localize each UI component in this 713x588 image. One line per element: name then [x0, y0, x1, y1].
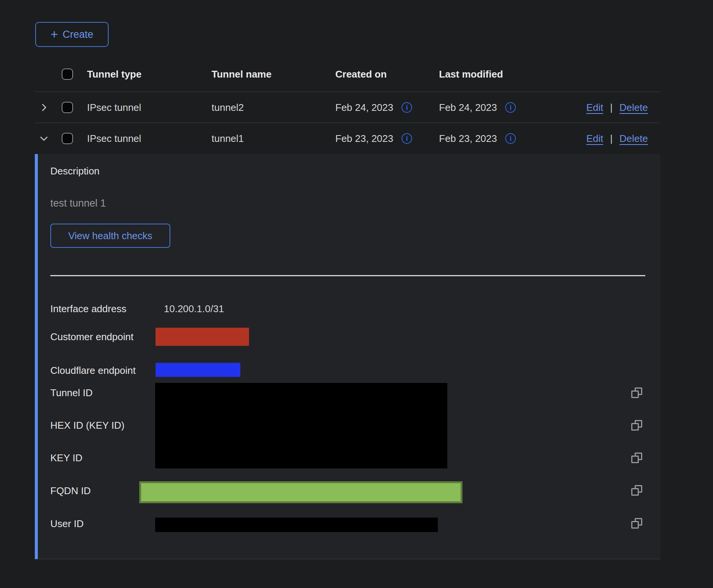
row-actions: Edit | Delete: [586, 123, 648, 154]
action-separator: |: [610, 133, 613, 145]
description-label: Description: [50, 165, 100, 177]
cloudflare-endpoint-redacted-value: [156, 363, 240, 377]
cell-tunnel-name: tunnel1: [212, 123, 244, 154]
expand-row-button[interactable]: [37, 101, 51, 115]
fqdn-id-redacted-value: [139, 481, 462, 503]
create-button[interactable]: + Create: [35, 22, 109, 47]
chevron-down-icon: [39, 133, 49, 145]
customer-endpoint-redacted-value: [156, 328, 249, 346]
cell-tunnel-name: tunnel2: [212, 92, 244, 123]
action-separator: |: [610, 102, 613, 114]
interface-address-value: 10.200.1.0/31: [164, 303, 224, 314]
info-icon[interactable]: i: [402, 102, 412, 113]
row-checkbox[interactable]: [62, 102, 73, 113]
delete-link[interactable]: Delete: [620, 133, 648, 145]
fqdn-id-label: FQDN ID: [50, 485, 91, 496]
chevron-right-icon: [39, 102, 49, 114]
info-icon[interactable]: i: [505, 133, 516, 144]
hex-id-label: HEX ID (KEY ID): [50, 420, 125, 431]
cell-last-modified: Feb 23, 2023 i: [439, 123, 516, 154]
cloudflare-endpoint-label: Cloudflare endpoint: [50, 365, 136, 376]
tunnels-table: Tunnel type Tunnel name Created on Last …: [35, 57, 660, 559]
key-id-label: KEY ID: [50, 452, 83, 464]
table-row: IPsec tunnel tunnel2 Feb 24, 2023 i Feb …: [35, 92, 660, 123]
info-icon[interactable]: i: [402, 133, 412, 144]
cell-tunnel-type: IPsec tunnel: [87, 123, 141, 154]
user-id-redacted-value: [155, 518, 438, 532]
edit-link[interactable]: Edit: [586, 102, 603, 114]
edit-link[interactable]: Edit: [586, 133, 603, 145]
column-header-created-on: Created on: [335, 57, 387, 92]
column-header-last-modified: Last modified: [439, 57, 503, 92]
expanded-tunnel-panel: Description test tunnel 1 View health ch…: [35, 154, 660, 559]
cell-created-on: Feb 24, 2023 i: [335, 92, 412, 123]
select-all-checkbox[interactable]: [62, 68, 73, 80]
copy-hex-id-button[interactable]: [631, 420, 643, 432]
column-header-tunnel-type: Tunnel type: [87, 57, 142, 92]
delete-link[interactable]: Delete: [620, 102, 648, 114]
cell-tunnel-type: IPsec tunnel: [87, 92, 141, 123]
cell-last-modified: Feb 24, 2023 i: [439, 92, 516, 123]
copy-key-id-button[interactable]: [631, 453, 643, 465]
row-checkbox[interactable]: [62, 133, 73, 144]
collapse-row-button[interactable]: [37, 132, 51, 146]
plus-icon: +: [51, 28, 58, 40]
table-row: IPsec tunnel tunnel1 Feb 23, 2023 i Feb …: [35, 123, 660, 154]
section-divider: [50, 275, 645, 276]
user-id-label: User ID: [50, 518, 84, 529]
view-health-checks-button[interactable]: View health checks: [50, 224, 170, 248]
tunnel-id-label: Tunnel ID: [50, 387, 93, 398]
ids-redacted-value: [155, 383, 447, 468]
copy-user-id-button[interactable]: [631, 518, 643, 530]
copy-fqdn-id-button[interactable]: [631, 485, 643, 497]
column-header-tunnel-name: Tunnel name: [212, 57, 271, 92]
description-value: test tunnel 1: [50, 198, 106, 209]
interface-address-label: Interface address: [50, 303, 126, 314]
customer-endpoint-label: Customer endpoint: [50, 331, 134, 342]
row-actions: Edit | Delete: [586, 92, 648, 123]
table-header-row: Tunnel type Tunnel name Created on Last …: [35, 57, 660, 92]
create-button-label: Create: [62, 29, 93, 40]
cell-created-on: Feb 23, 2023 i: [335, 123, 412, 154]
copy-tunnel-id-button[interactable]: [631, 387, 643, 400]
info-icon[interactable]: i: [505, 102, 516, 113]
